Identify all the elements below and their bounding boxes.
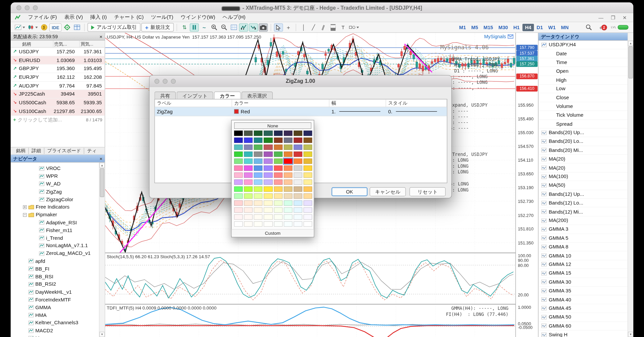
color-cell[interactable]	[274, 201, 282, 206]
style-value[interactable]: 0.	[388, 109, 392, 114]
dialog-tab[interactable]: カラー	[214, 92, 240, 99]
timeframe-button[interactable]: M15	[481, 23, 495, 31]
close-icon[interactable]	[100, 34, 102, 39]
minimize-traffic-light[interactable]	[24, 5, 30, 10]
expand-toggle[interactable]: +	[23, 205, 27, 209]
navigator-item[interactable]: VROC	[11, 165, 105, 172]
color-cell[interactable]	[254, 159, 263, 164]
color-cell[interactable]	[234, 186, 243, 192]
color-cell[interactable]	[264, 152, 273, 157]
navigator-item[interactable]: apfd	[11, 257, 105, 265]
color-cell[interactable]	[293, 152, 302, 157]
mysignals-label[interactable]: MySignals	[484, 34, 514, 39]
data-window-row[interactable]: MA(100)	[538, 172, 628, 181]
color-cell[interactable]	[244, 221, 253, 227]
data-window-row[interactable]: Bands(12) Mi...	[538, 208, 628, 216]
column-label[interactable]: ラベル	[155, 99, 232, 107]
restore-button[interactable]: ❐	[611, 14, 615, 20]
fibonacci-button[interactable]	[329, 23, 338, 31]
dialog-tab[interactable]: インプット	[177, 92, 213, 99]
deposit-button[interactable]: $	[40, 23, 49, 31]
menu-item[interactable]: 挿入 (I)	[87, 13, 110, 22]
color-cell[interactable]	[274, 179, 282, 185]
navigator-item[interactable]: W_AD	[11, 180, 105, 188]
timeframe-button[interactable]: MN	[558, 23, 571, 31]
navigator-item[interactable]: Adaptive_RSI	[11, 219, 105, 226]
color-cell[interactable]	[264, 159, 273, 164]
color-cell[interactable]	[254, 193, 263, 199]
dialog-tab[interactable]: 表示選択	[241, 92, 273, 99]
color-cell[interactable]	[244, 137, 253, 143]
data-window-row[interactable]: GMMA 30	[538, 278, 628, 286]
market-watch-tab[interactable]: 銘柄	[13, 148, 29, 154]
color-cell[interactable]	[274, 193, 282, 199]
market-watch-row[interactable]: USDJPY 157.250 157.361	[11, 48, 105, 56]
color-cell[interactable]	[234, 221, 243, 227]
color-cell[interactable]	[284, 152, 292, 157]
color-cell[interactable]	[244, 130, 253, 136]
menu-item[interactable]: ファイル (F)	[24, 13, 61, 22]
color-cell[interactable]	[293, 221, 302, 227]
data-window-row[interactable]: GMMA 10	[538, 251, 628, 260]
width-value[interactable]: 1.	[331, 109, 336, 114]
color-cell[interactable]	[244, 159, 253, 164]
navigator-item[interactable]: BB_RSI	[11, 273, 105, 280]
data-window-row[interactable]: GMMA 50	[538, 313, 628, 322]
color-cell[interactable]	[274, 186, 282, 192]
color-cell[interactable]	[234, 165, 243, 171]
color-none-button[interactable]: None	[234, 122, 311, 129]
ide-button[interactable]: IDE	[49, 23, 62, 31]
color-cell[interactable]	[293, 172, 302, 178]
navigator-item[interactable]: Keltner_Channels3	[11, 319, 105, 327]
color-cell[interactable]	[284, 186, 292, 192]
data-window-row[interactable]: GMMA 5	[538, 234, 628, 242]
grid-button[interactable]	[229, 23, 238, 31]
data-window-row[interactable]: USDJPY,H4	[538, 41, 628, 49]
market-watch-tab[interactable]: 詳細	[29, 148, 45, 154]
color-cell[interactable]	[234, 159, 243, 164]
color-cell[interactable]	[293, 145, 302, 150]
notification-icon[interactable]: 1	[597, 24, 607, 30]
color-cell[interactable]	[244, 207, 253, 213]
data-window-row[interactable]: GMMA 15	[538, 269, 628, 278]
navigator-item[interactable]: BB_RSI2	[11, 280, 105, 288]
color-cell[interactable]	[304, 207, 312, 213]
color-cell[interactable]	[284, 207, 292, 213]
data-window-row[interactable]: Bands(20) Mi...	[538, 146, 628, 155]
scroll-up-icon[interactable]	[628, 41, 633, 46]
menu-item[interactable]: ツール(T)	[147, 13, 177, 22]
color-swatch[interactable]	[234, 109, 238, 114]
navigator-item[interactable]: − Pipmaker	[11, 211, 105, 219]
zoom-in-button[interactable]	[210, 23, 219, 31]
menu-item[interactable]: チャート (C)	[110, 13, 147, 22]
color-cell[interactable]	[293, 207, 302, 213]
market-watch-tab[interactable]: ティ	[84, 148, 100, 154]
data-window-row[interactable]: MA(50)	[538, 181, 628, 190]
timeframe-button[interactable]: M30	[496, 23, 511, 31]
color-cell[interactable]	[293, 130, 302, 136]
color-cell[interactable]	[284, 145, 292, 150]
scroll-up-icon[interactable]	[99, 163, 105, 168]
color-cell[interactable]	[264, 186, 273, 192]
color-cell[interactable]	[264, 201, 273, 206]
color-cell[interactable]	[274, 137, 282, 143]
color-cell[interactable]	[254, 179, 263, 185]
navigator-item[interactable]: M	[11, 334, 105, 337]
color-cell[interactable]	[244, 165, 253, 171]
color-cell[interactable]	[244, 152, 253, 157]
color-cell[interactable]	[293, 137, 302, 143]
close-button[interactable]: ✕	[623, 14, 627, 20]
data-window-row[interactable]: Bands(12) Up...	[538, 190, 628, 199]
color-cell[interactable]	[244, 214, 253, 220]
market-watch-row[interactable]: GBPJPY 195.360 195.495	[11, 65, 105, 73]
color-cell[interactable]	[254, 207, 263, 213]
color-cell[interactable]	[304, 186, 312, 192]
color-cell[interactable]	[284, 165, 292, 171]
color-cell[interactable]	[234, 201, 243, 206]
data-window-row[interactable]: GMMA 12	[538, 260, 628, 269]
color-cell[interactable]	[304, 221, 312, 227]
timeframe-button[interactable]: D1	[534, 23, 545, 31]
navigator-item[interactable]: MACD2	[11, 327, 105, 334]
indicator-window-button[interactable]	[239, 23, 248, 31]
color-cell[interactable]	[254, 214, 263, 220]
